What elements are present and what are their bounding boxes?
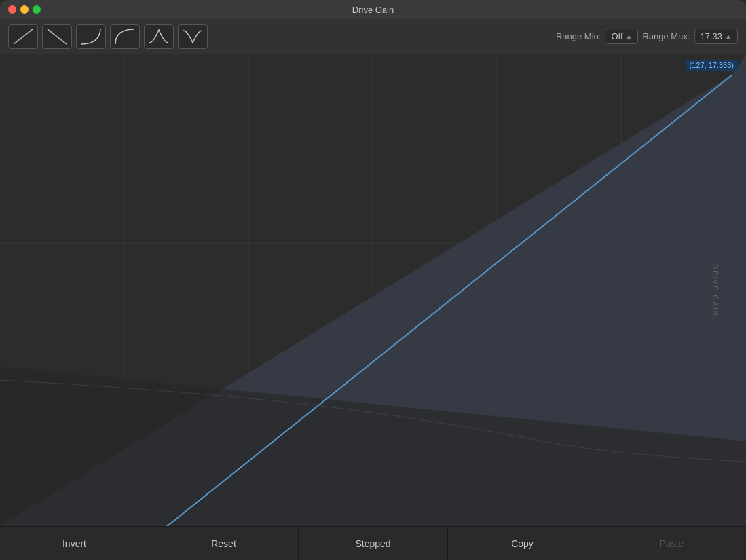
range-min-dropdown[interactable]: Off ▲ [605, 29, 638, 44]
paste-button[interactable]: Paste [597, 527, 746, 560]
curve-linear-down-button[interactable] [42, 24, 72, 49]
curve-linear-up-button[interactable] [8, 24, 38, 49]
bottom-bar: Invert Reset Stepped Copy Paste [0, 526, 746, 560]
range-min-value: Off [611, 31, 622, 41]
toolbar: Range Min: Off ▲ Range Max: 17.33 ▲ [0, 19, 746, 54]
chart-tooltip: (127, 17.333) [686, 60, 738, 71]
range-min-label: Range Min: [556, 31, 601, 41]
copy-button[interactable]: Copy [448, 527, 597, 560]
close-button[interactable] [8, 5, 16, 14]
curve-convex-button[interactable] [110, 24, 140, 49]
invert-button[interactable]: Invert [0, 527, 149, 560]
range-max-group: Range Max: 17.33 ▲ [642, 29, 738, 44]
chart-area[interactable]: (127, 17.333) DRIVE GAIN [0, 54, 746, 526]
minimize-button[interactable] [20, 5, 29, 14]
curve-bell-button[interactable] [144, 24, 174, 49]
traffic-lights [8, 5, 41, 14]
range-min-group: Range Min: Off ▲ [556, 29, 639, 44]
stepped-button[interactable]: Stepped [299, 527, 448, 560]
chart-svg [0, 54, 746, 526]
curve-bell-inverted-button[interactable] [178, 24, 208, 49]
y-axis-label: DRIVE GAIN [712, 264, 720, 317]
range-max-label: Range Max: [642, 31, 690, 41]
window-title: Drive Gain [352, 5, 394, 15]
range-max-chevron-up-icon: ▲ [725, 33, 732, 40]
reset-button[interactable]: Reset [149, 527, 299, 560]
range-max-value: 17.33 [701, 31, 723, 41]
title-bar: Drive Gain [0, 0, 746, 19]
curve-concave-button[interactable] [76, 24, 106, 49]
range-min-chevron-up-icon: ▲ [626, 33, 633, 40]
maximize-button[interactable] [33, 5, 41, 14]
range-max-value-control[interactable]: 17.33 ▲ [694, 29, 738, 44]
